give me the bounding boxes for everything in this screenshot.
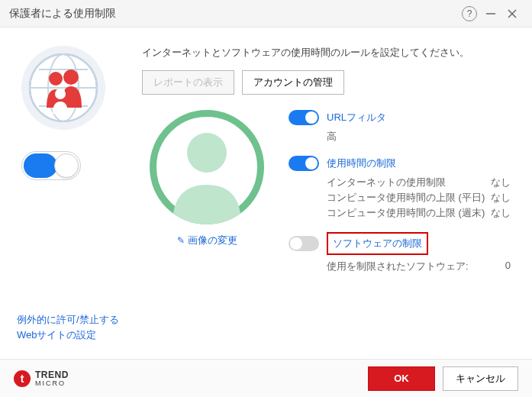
intro-text: インターネットとソフトウェアの使用時間のルールを設定してください。 (142, 46, 511, 60)
master-toggle[interactable] (21, 151, 81, 180)
time-limit-link[interactable]: 使用時間の制限 (327, 157, 396, 170)
ok-button[interactable]: OK (368, 366, 435, 391)
content-area: インターネットとソフトウェアの使用時間のルールを設定してください。 レポートの表… (0, 27, 532, 286)
exception-line2: Webサイトの設定 (17, 329, 97, 341)
profile-row: 画像の変更 URLフィルタ 高 使用時間の制限 (142, 110, 511, 286)
help-button[interactable]: ? (459, 3, 480, 24)
brand: t TREND MICRO (14, 370, 368, 387)
exception-line1: 例外的に許可/禁止する (17, 314, 119, 325)
table-row: コンピュータ使用時間の上限 (週末) なし (327, 206, 511, 220)
exception-websites-link[interactable]: 例外的に許可/禁止する Webサイトの設定 (17, 312, 119, 342)
detail-value: なし (491, 191, 511, 205)
window-title: 保護者による使用制限 (9, 7, 459, 21)
detail-value: なし (491, 206, 511, 220)
action-button-row: レポートの表示 アカウントの管理 (142, 70, 511, 95)
time-limit-block: 使用時間の制限 インターネットの使用制限 なし コンピュータ使用時間の上限 (平… (289, 156, 511, 220)
change-image-link[interactable]: 画像の変更 (177, 234, 237, 246)
minimize-button[interactable] (480, 3, 501, 24)
software-limit-toggle[interactable] (289, 236, 319, 251)
svg-point-11 (187, 133, 227, 173)
close-button[interactable] (501, 3, 523, 24)
highlight-box: ソフトウェアの制限 (327, 232, 428, 255)
svg-point-5 (49, 72, 63, 86)
avatar-column: 画像の変更 (142, 110, 272, 286)
view-report-button: レポートの表示 (142, 70, 234, 95)
family-globe-icon (27, 51, 100, 124)
software-limit-details: 使用を制限されたソフトウェア: 0 (327, 260, 511, 273)
table-row: インターネットの使用制限 なし (327, 176, 511, 189)
software-limit-link[interactable]: ソフトウェアの制限 (333, 237, 422, 250)
brand-sub: MICRO (35, 380, 69, 387)
table-row: 使用を制限されたソフトウェア: 0 (327, 260, 511, 273)
feature-icon (21, 46, 105, 130)
minimize-icon (485, 8, 496, 19)
help-icon: ? (462, 6, 477, 21)
footer-buttons: OK キャンセル (368, 366, 518, 391)
time-limit-details: インターネットの使用制限 なし コンピュータ使用時間の上限 (平日) なし コン… (327, 176, 511, 220)
brand-text: TREND MICRO (35, 370, 69, 387)
detail-label: 使用を制限されたソフトウェア: (327, 260, 469, 273)
detail-value: 0 (505, 260, 511, 273)
table-row: コンピュータ使用時間の上限 (平日) なし (327, 191, 511, 205)
svg-point-7 (55, 89, 66, 99)
close-icon (507, 8, 517, 19)
time-limit-toggle[interactable] (289, 156, 319, 171)
cancel-button[interactable]: キャンセル (443, 366, 518, 391)
url-filter-toggle[interactable] (289, 110, 319, 125)
titlebar: 保護者による使用制限 ? (0, 0, 532, 27)
url-filter-link[interactable]: URLフィルタ (327, 111, 386, 124)
brand-name: TREND (35, 370, 69, 380)
detail-value: なし (491, 176, 511, 189)
left-column (21, 46, 121, 286)
manage-accounts-button[interactable]: アカウントの管理 (242, 70, 344, 95)
detail-label: コンピュータ使用時間の上限 (週末) (327, 206, 485, 220)
detail-label: コンピュータ使用時間の上限 (平日) (327, 191, 485, 205)
software-limit-block: ソフトウェアの制限 使用を制限されたソフトウェア: 0 (289, 232, 511, 273)
right-column: インターネットとソフトウェアの使用時間のルールを設定してください。 レポートの表… (142, 46, 511, 286)
svg-point-6 (63, 69, 79, 85)
brand-logo-icon: t (14, 370, 31, 387)
avatar (150, 110, 264, 224)
settings-column: URLフィルタ 高 使用時間の制限 インターネットの使用制限 なし (289, 110, 511, 286)
url-filter-level: 高 (327, 130, 511, 144)
url-filter-block: URLフィルタ 高 (289, 110, 511, 144)
detail-label: インターネットの使用制限 (327, 176, 446, 189)
footer: t TREND MICRO OK キャンセル (0, 359, 532, 397)
